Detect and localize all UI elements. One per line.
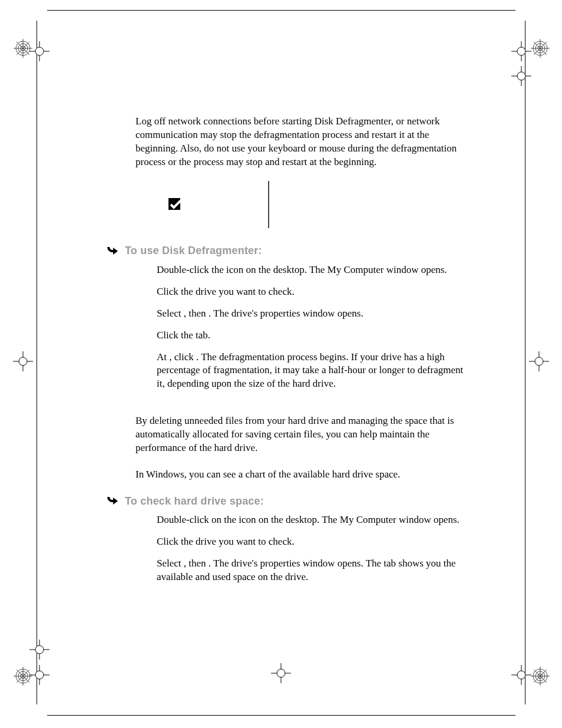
section-paragraph: By deleting unneeded files from your har… [135, 414, 471, 455]
register-mark-icon [29, 640, 49, 663]
sub-paragraph: In Windows, you can see a chart of the a… [135, 468, 471, 482]
crop-line-left [37, 21, 37, 704]
register-mark-icon [529, 351, 549, 374]
svg-point-39 [19, 357, 27, 365]
register-mark-icon [511, 66, 531, 89]
register-mark-icon [271, 663, 291, 686]
procedure-heading: To check hard drive space: [106, 495, 471, 508]
procedure-step: Double-click the icon on the desktop. Th… [157, 263, 471, 277]
svg-point-48 [517, 671, 525, 679]
procedure-step: Click the drive you want to check. [157, 535, 471, 549]
procedure-heading: To use Disk Defragmenter: [106, 245, 471, 258]
crop-line-right [525, 21, 525, 704]
crop-line-top [47, 10, 515, 11]
page-content: Log off network connections before start… [106, 115, 471, 592]
burst-icon [530, 666, 550, 686]
register-mark-icon [511, 665, 531, 688]
svg-point-30 [35, 47, 44, 55]
register-mark-icon [29, 665, 49, 688]
arrow-right-icon [106, 245, 119, 258]
arrow-right-icon [106, 495, 119, 508]
burst-icon [530, 38, 550, 58]
divider-line [268, 181, 269, 228]
svg-point-42 [535, 357, 543, 365]
svg-point-51 [35, 645, 44, 654]
procedure-step: Click the drive you want to check. [157, 285, 471, 299]
register-mark-icon [29, 41, 49, 64]
svg-point-36 [517, 72, 525, 80]
crop-line-bottom [47, 715, 515, 716]
register-mark-icon [511, 41, 531, 64]
svg-point-54 [277, 669, 285, 677]
procedure-step: Click the tab. [157, 329, 471, 342]
intro-paragraph: Log off network connections before start… [135, 115, 471, 169]
svg-point-33 [517, 47, 525, 55]
procedure-title: To use Disk Defragmenter: [125, 245, 262, 257]
procedure-step: Double-click on the icon on the desktop.… [157, 513, 471, 527]
register-mark-icon [13, 351, 33, 374]
svg-point-45 [35, 671, 44, 679]
checkmark-icon [168, 197, 183, 213]
procedure-step: Select , then . The drive's properties w… [157, 307, 471, 321]
procedure-step: Select , then . The drive's properties w… [157, 557, 471, 584]
procedure-title: To check hard drive space: [125, 495, 264, 508]
procedure-step: At , click . The defragmentation process… [157, 351, 471, 391]
note-block [168, 181, 471, 228]
